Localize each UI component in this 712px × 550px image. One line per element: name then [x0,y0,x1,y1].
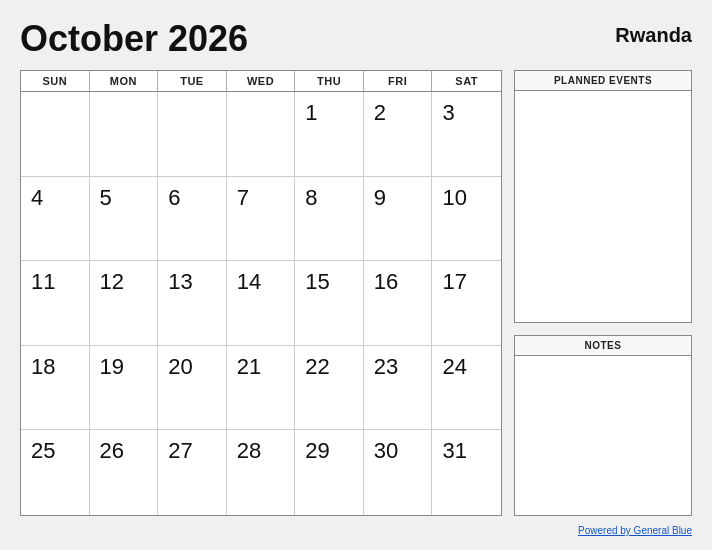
day-header-wed: WED [227,71,296,91]
calendar-cell [227,92,296,177]
calendar-cell-12: 12 [90,261,159,346]
calendar-cell-7: 7 [227,177,296,262]
calendar-cell-29: 29 [295,430,364,515]
planned-events-body [515,91,691,322]
header: October 2026 Rwanda [20,18,692,60]
calendar-cell-18: 18 [21,346,90,431]
calendar-cell-5: 5 [90,177,159,262]
calendar-grid: 1 2 3 4 5 6 7 8 9 10 11 12 13 14 15 16 1… [21,92,501,515]
calendar-cell-21: 21 [227,346,296,431]
day-header-fri: FRI [364,71,433,91]
calendar-cell-30: 30 [364,430,433,515]
calendar-cell-8: 8 [295,177,364,262]
calendar-cell-4: 4 [21,177,90,262]
month-title: October 2026 [20,18,248,60]
notes-body [515,356,691,515]
calendar-cell-11: 11 [21,261,90,346]
calendar-cell [90,92,159,177]
country-name: Rwanda [615,24,692,47]
calendar-cell-31: 31 [432,430,501,515]
calendar-cell-16: 16 [364,261,433,346]
calendar-cell-22: 22 [295,346,364,431]
calendar-cell-3: 3 [432,92,501,177]
calendar-cell-24: 24 [432,346,501,431]
calendar-cell-6: 6 [158,177,227,262]
calendar-cell [21,92,90,177]
day-header-sun: SUN [21,71,90,91]
footer: Powered by General Blue [20,520,692,538]
calendar-cell [158,92,227,177]
calendar-cell-28: 28 [227,430,296,515]
notes-box: NOTES [514,335,692,516]
sidebar: PLANNED EVENTS NOTES [514,70,692,516]
main-content: SUN MON TUE WED THU FRI SAT 1 2 3 4 5 [20,70,692,516]
calendar-cell-20: 20 [158,346,227,431]
calendar-cell-23: 23 [364,346,433,431]
powered-by-link[interactable]: Powered by General Blue [578,525,692,536]
calendar-cell-26: 26 [90,430,159,515]
calendar-cell-19: 19 [90,346,159,431]
day-header-sat: SAT [432,71,501,91]
calendar-cell-14: 14 [227,261,296,346]
calendar-cell-27: 27 [158,430,227,515]
day-headers: SUN MON TUE WED THU FRI SAT [21,71,501,92]
calendar-page: October 2026 Rwanda SUN MON TUE WED THU … [0,0,712,550]
calendar-cell-9: 9 [364,177,433,262]
calendar-cell-1: 1 [295,92,364,177]
calendar-area: SUN MON TUE WED THU FRI SAT 1 2 3 4 5 [20,70,502,516]
calendar-cell-10: 10 [432,177,501,262]
planned-events-box: PLANNED EVENTS [514,70,692,323]
notes-label: NOTES [515,336,691,356]
day-header-tue: TUE [158,71,227,91]
calendar-cell-17: 17 [432,261,501,346]
calendar-cell-13: 13 [158,261,227,346]
calendar-cell-25: 25 [21,430,90,515]
day-header-thu: THU [295,71,364,91]
day-header-mon: MON [90,71,159,91]
planned-events-label: PLANNED EVENTS [515,71,691,91]
calendar-cell-2: 2 [364,92,433,177]
calendar-cell-15: 15 [295,261,364,346]
